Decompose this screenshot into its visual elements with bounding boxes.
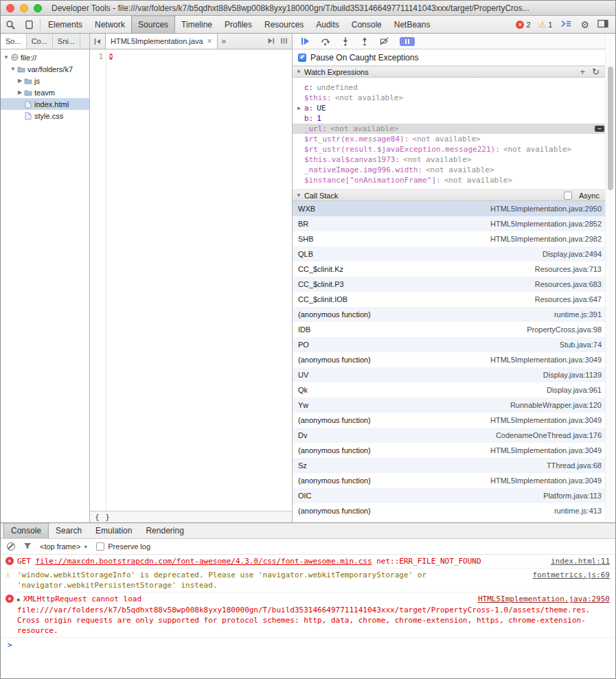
call-stack-frame[interactable]: QLBDisplay.java:2494 <box>293 246 615 262</box>
expand-triangle-icon[interactable]: ▶ <box>17 597 21 603</box>
minimize-window-button[interactable] <box>20 4 28 12</box>
code-editor[interactable]: 1 × <box>90 49 292 511</box>
watch-row[interactable]: $rt_ustr(ex.message84): <not available> <box>293 134 615 144</box>
watch-row[interactable]: $instance["onAnimationFrame"]: <not avai… <box>293 175 615 185</box>
warning-badge[interactable]: ⚠ 1 <box>539 21 553 29</box>
filter-icon[interactable] <box>23 542 32 551</box>
navigator-tab-sources[interactable]: So... <box>1 34 27 49</box>
preserve-log-control[interactable]: Preserve log <box>96 542 150 551</box>
call-stack-frame[interactable]: OICPlatform.java:113 <box>293 488 615 503</box>
console-message-error[interactable]: × index.html:11 GET file://maxcdn.bootst… <box>1 555 615 568</box>
tab-timeline[interactable]: Timeline <box>175 16 218 33</box>
call-stack-frame[interactable]: SHBHTML5Implementation.java:2982 <box>293 231 615 246</box>
panel-columns-icon[interactable] <box>280 37 288 46</box>
call-stack-frame[interactable]: (anonymous function)runtime.js:391 <box>293 307 615 322</box>
disclosure-open-icon[interactable]: ▼ <box>3 54 10 60</box>
drawer-tab-console[interactable]: Console <box>3 523 49 538</box>
step-over-button[interactable] <box>321 37 330 46</box>
step-out-button[interactable] <box>361 37 369 46</box>
drawer-toggle-icon[interactable] <box>560 19 572 30</box>
source-link[interactable]: HTML5Implementation.java:2950 <box>478 594 610 604</box>
watch-row[interactable]: b: 1 <box>293 113 615 124</box>
resume-button[interactable] <box>301 37 310 45</box>
tab-profiles[interactable]: Profiles <box>218 16 258 33</box>
line-error-icon[interactable]: × <box>109 54 113 60</box>
call-stack-frame[interactable]: CC_$clinit.KzResources.java:713 <box>293 262 615 277</box>
editor-file-tab[interactable]: HTML5Implementation.java × <box>105 34 218 49</box>
disclosure-open-icon[interactable]: ▼ <box>10 66 16 72</box>
code-area[interactable]: × <box>106 49 292 511</box>
deactivate-breakpoints-icon[interactable] <box>380 37 389 45</box>
tree-item-style-css[interactable]: style.css <box>1 110 89 122</box>
disclosure-closed-icon[interactable]: ▶ <box>297 103 304 113</box>
console-prompt[interactable]: > <box>1 638 615 652</box>
tab-overflow-icon[interactable]: » <box>218 34 231 49</box>
tab-resources[interactable]: Resources <box>258 16 310 33</box>
console-message-warning[interactable]: ⚠ fontmetrics.js:69 'window.webkitStorag… <box>1 568 615 592</box>
dock-side-icon[interactable] <box>597 19 608 30</box>
tree-item-file-root[interactable]: ▼ file:// <box>1 51 89 63</box>
call-stack-frame[interactable]: SzTThread.java:68 <box>293 458 615 473</box>
navigator-tab-content-scripts[interactable]: Co... <box>27 34 53 49</box>
call-stack-frame[interactable]: WXBHTML5Implementation.java:2950 <box>293 201 615 216</box>
tab-audits[interactable]: Audits <box>310 16 345 33</box>
hide-navigator-icon[interactable] <box>90 34 105 49</box>
call-stack-frame[interactable]: (anonymous function)runtime.js:413 <box>293 503 615 518</box>
drawer-tab-emulation[interactable]: Emulation <box>89 523 139 538</box>
drawer-tab-rendering[interactable]: Rendering <box>139 523 190 538</box>
settings-gear-icon[interactable]: ⚙ <box>580 20 589 30</box>
frame-selector-dropdown[interactable]: <top frame> ▼ <box>40 542 88 551</box>
watch-row[interactable]: c: undefined <box>293 82 615 93</box>
delete-watch-button[interactable]: − <box>595 126 604 132</box>
tab-sources[interactable]: Sources <box>131 16 175 33</box>
drawer-tab-search[interactable]: Search <box>49 523 89 538</box>
call-stack-frame[interactable]: (anonymous function)HTML5Implementation.… <box>293 352 615 367</box>
watch-row[interactable]: $this.val$canvas1973: <not available> <box>293 154 615 165</box>
call-stack-frame[interactable]: (anonymous function)HTML5Implementation.… <box>293 473 615 488</box>
pause-on-exceptions-button[interactable] <box>400 37 415 46</box>
call-stack-frame[interactable]: POStub.java:74 <box>293 337 615 352</box>
call-stack-frame[interactable]: IDBPropertyCross.java:98 <box>293 322 615 337</box>
watch-row[interactable]: $this: <not available> <box>293 93 615 103</box>
call-stack-frame[interactable]: DvCodenameOneThread.java:176 <box>293 428 615 443</box>
zoom-window-button[interactable] <box>34 4 42 12</box>
watch-expressions-header[interactable]: ▼ Watch Expressions + ↻ <box>293 66 615 78</box>
refresh-watch-icon[interactable]: ↻ <box>592 67 600 76</box>
close-window-button[interactable] <box>6 4 14 12</box>
disclosure-closed-icon[interactable]: ▶ <box>16 78 23 84</box>
call-stack-header[interactable]: ▼ Call Stack Async <box>293 189 615 201</box>
section-disclosure-icon[interactable]: ▼ <box>296 69 301 75</box>
call-stack-frame[interactable]: (anonymous function)HTML5Implementation.… <box>293 413 615 428</box>
pretty-print-button[interactable]: { } <box>95 513 111 522</box>
scrollbar-thumb[interactable] <box>608 67 613 190</box>
run-snippet-icon[interactable] <box>267 37 275 46</box>
call-stack-frame[interactable]: CC_$clinit.IOBResources.java:647 <box>293 292 615 307</box>
source-link[interactable]: fontmetrics.js:69 <box>532 570 610 580</box>
tab-elements[interactable]: Elements <box>42 16 89 33</box>
tab-netbeans[interactable]: NetBeans <box>388 16 437 33</box>
close-tab-icon[interactable]: × <box>207 37 212 45</box>
watch-row[interactable]: $rt_ustr(result.$javaException.message22… <box>293 144 615 154</box>
tab-console[interactable]: Console <box>345 16 388 33</box>
call-stack-frame[interactable]: QkDisplay.java:961 <box>293 382 615 398</box>
tree-item-teavm[interactable]: ▶ teavm <box>1 87 89 98</box>
call-stack-frame[interactable]: YwRunnableWrapper.java:120 <box>293 398 615 413</box>
navigator-tab-snippets[interactable]: Sni... <box>53 34 80 49</box>
disclosure-closed-icon[interactable]: ▶ <box>16 89 23 95</box>
tab-network[interactable]: Network <box>89 16 131 33</box>
add-watch-icon[interactable]: + <box>580 67 586 76</box>
tree-item-var-folders[interactable]: ▼ var/folders/k7 <box>1 63 89 75</box>
call-stack-frame[interactable]: UVDisplay.java:1139 <box>293 367 615 382</box>
inspect-element-icon[interactable] <box>1 16 20 33</box>
console-message-error[interactable]: × HTML5Implementation.java:2950 ▶XMLHttp… <box>1 592 615 638</box>
async-checkbox[interactable] <box>564 192 572 200</box>
scrollbar-track[interactable] <box>605 34 615 522</box>
source-link[interactable]: index.html:11 <box>551 556 610 566</box>
preserve-log-checkbox[interactable] <box>96 542 104 551</box>
error-badge[interactable]: × 2 <box>516 21 530 29</box>
tree-item-index-html[interactable]: index.html <box>1 98 89 110</box>
tree-item-js[interactable]: ▶ js <box>1 75 89 87</box>
call-stack-frame[interactable]: (anonymous function)HTML5Implementation.… <box>293 443 615 458</box>
pause-on-caught-checkbox[interactable] <box>298 54 306 62</box>
watch-row-selected[interactable]: _url: <not available> − <box>293 124 615 134</box>
